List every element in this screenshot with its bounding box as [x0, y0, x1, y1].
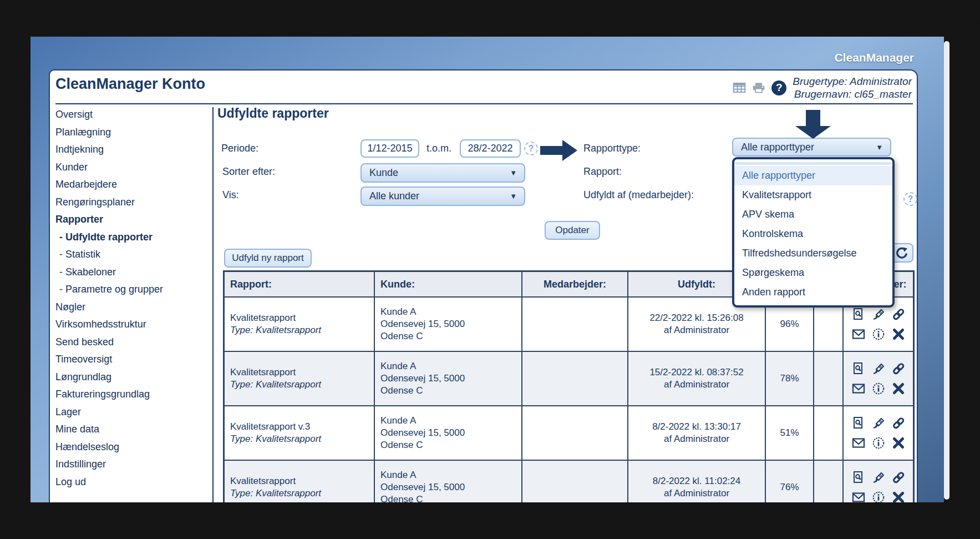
delete-icon[interactable] [892, 491, 905, 502]
info-icon[interactable] [872, 491, 885, 502]
dropdown-option[interactable]: Kontrolskema [734, 224, 892, 244]
sidebar-item[interactable]: Log ud [55, 473, 210, 491]
completed-by: af Administrator [664, 433, 729, 445]
completed-datetime: 22/2-2022 kl. 15:26:08 [649, 312, 743, 324]
delete-icon[interactable] [892, 382, 905, 395]
sidebar-item-label: Hændelseslog [55, 441, 119, 452]
udfyld-ny-rapport-button[interactable]: Udfyld ny rapport [224, 249, 312, 268]
cell-percent: 76% [766, 461, 814, 502]
sidebar-item[interactable]: Virksomhedsstruktur [55, 316, 210, 334]
sidebar-item-label: - Parametre og grupper [59, 284, 163, 295]
edit-icon[interactable] [872, 416, 885, 430]
info-icon[interactable] [872, 328, 885, 341]
sidebar-item[interactable]: - Udfyldte rapporter [55, 229, 210, 246]
delete-icon[interactable] [892, 436, 905, 450]
delete-icon[interactable] [892, 328, 905, 341]
mail-icon[interactable] [852, 491, 865, 502]
screenshot-stage: CleanManager CleanManager Konto [0, 0, 980, 539]
link-icon[interactable] [892, 416, 905, 430]
edit-icon[interactable] [872, 308, 885, 321]
sidebar-item[interactable]: - Skabeloner [55, 264, 210, 281]
col-rapport: Rapport: [225, 272, 375, 298]
sidebar-item[interactable]: Indtjekning [55, 141, 210, 159]
sidebar-item[interactable]: Planlægning [55, 124, 210, 142]
sorter-value: Kunde [362, 167, 510, 179]
periode-label: Periode: [221, 143, 258, 154]
help-icon[interactable]: ? [771, 80, 786, 95]
sidebar-divider [212, 107, 214, 502]
customer-line: Kunde A [380, 415, 521, 427]
arrow-head [795, 126, 831, 139]
periode-hint-icon[interactable]: ? [524, 142, 538, 155]
dropdown-option[interactable]: APV skema [734, 205, 892, 224]
mail-icon[interactable] [852, 436, 865, 450]
sidebar-item[interactable]: Rengøringsplaner [55, 194, 210, 211]
sidebar-item[interactable]: Mine data [55, 421, 210, 439]
print-icon[interactable] [752, 81, 765, 94]
completed-datetime: 8/2-2022 kl. 13:30:17 [652, 421, 741, 433]
dropdown-option[interactable]: Anden rapport [734, 283, 892, 302]
window-toolbar: ? Brugertype: Administrator Brugernavn: … [733, 75, 912, 100]
sidebar-item[interactable]: - Statistik [55, 246, 210, 264]
edit-icon[interactable] [872, 362, 885, 375]
sidebar-item-label: Rapporter [55, 214, 103, 225]
info-icon[interactable] [872, 382, 885, 395]
periode-from-input[interactable] [360, 139, 419, 158]
udfyldt-af-hint-icon[interactable]: ? [903, 192, 917, 206]
user-info: Brugertype: Administrator Brugernavn: cl… [793, 75, 912, 100]
mail-icon[interactable] [852, 328, 865, 341]
dropdown-option[interactable]: Kvalitetsrapport [734, 185, 892, 205]
sidebar-item[interactable]: Timeoversigt [55, 351, 210, 369]
info-icon[interactable] [872, 436, 885, 450]
sidebar-item-label: Rengøringsplaner [55, 197, 135, 208]
preview-icon[interactable] [852, 416, 865, 430]
udfyldt-af-label: Udfyldt af (medarbejder): [583, 189, 694, 201]
sidebar-item[interactable]: Lager [55, 404, 210, 421]
sidebar-item[interactable]: Løngrundlag [55, 369, 210, 386]
cell-rapport: Kvalitetsrapport v.3 Type: Kvalitetsrapp… [225, 406, 375, 461]
arrow-shaft [540, 146, 562, 155]
refresh-icon [895, 246, 908, 260]
customer-line: Odensevej 15, 5000 [380, 372, 521, 385]
edit-icon[interactable] [872, 471, 885, 484]
sidebar-item[interactable]: Kunder [55, 159, 210, 177]
sidebar-item[interactable]: Indstillinger [55, 456, 210, 473]
rapporttype-label: Rapporttype: [583, 143, 641, 154]
sidebar-item[interactable]: Oversigt [55, 106, 210, 124]
sidebar-item[interactable]: Medarbejdere [55, 176, 210, 194]
preview-icon[interactable] [852, 362, 865, 375]
link-icon[interactable] [892, 308, 905, 321]
sorter-select[interactable]: Kunde ▼ [360, 163, 525, 183]
cell-medarbejder [522, 298, 628, 352]
sidebar-item[interactable]: Rapporter [55, 211, 210, 229]
table-grid-icon[interactable] [733, 81, 746, 94]
app-window: CleanManager Konto ? [49, 69, 918, 502]
mail-icon[interactable] [852, 382, 865, 395]
sidebar-nav: OversigtPlanlægningIndtjekningKunderMeda… [55, 106, 210, 491]
link-icon[interactable] [892, 362, 905, 375]
sidebar-item[interactable]: Nøgler [55, 299, 210, 316]
sidebar-item-label: - Skabeloner [59, 266, 116, 278]
row-action-icons [850, 308, 907, 341]
rapporttype-value: Alle rapporttyper [733, 142, 876, 153]
scrollbar-strip[interactable] [944, 41, 949, 500]
opdater-button[interactable]: Opdater [545, 221, 600, 240]
dropdown-option[interactable]: Tilfredshedsundersøgelse [734, 244, 892, 263]
preview-icon[interactable] [852, 471, 865, 484]
dropdown-option[interactable]: Spørgeskema [734, 263, 892, 283]
sidebar-item[interactable]: Send besked [55, 334, 210, 351]
table-body: Kvalitetsrapport Type: Kvalitetsrapport … [225, 298, 913, 502]
chevron-down-icon: ▼ [510, 169, 524, 177]
link-icon[interactable] [892, 471, 905, 484]
dropdown-option[interactable]: Alle rapporttyper [734, 166, 892, 185]
vis-select[interactable]: Alle kunder ▼ [360, 187, 525, 206]
preview-icon[interactable] [852, 308, 865, 321]
periode-to-input[interactable] [460, 139, 521, 158]
sidebar-item[interactable]: Hændelseslog [55, 439, 210, 456]
sidebar-item[interactable]: Faktureringsgrundlag [55, 386, 210, 404]
completed-by: af Administrator [664, 487, 729, 500]
customer-line: Odensevej 15, 5000 [380, 318, 521, 330]
rapporttype-select[interactable]: Alle rapporttyper ▼ [732, 138, 891, 157]
sidebar-item[interactable]: - Parametre og grupper [55, 281, 210, 299]
sidebar-item-label: Planlægning [55, 127, 111, 138]
